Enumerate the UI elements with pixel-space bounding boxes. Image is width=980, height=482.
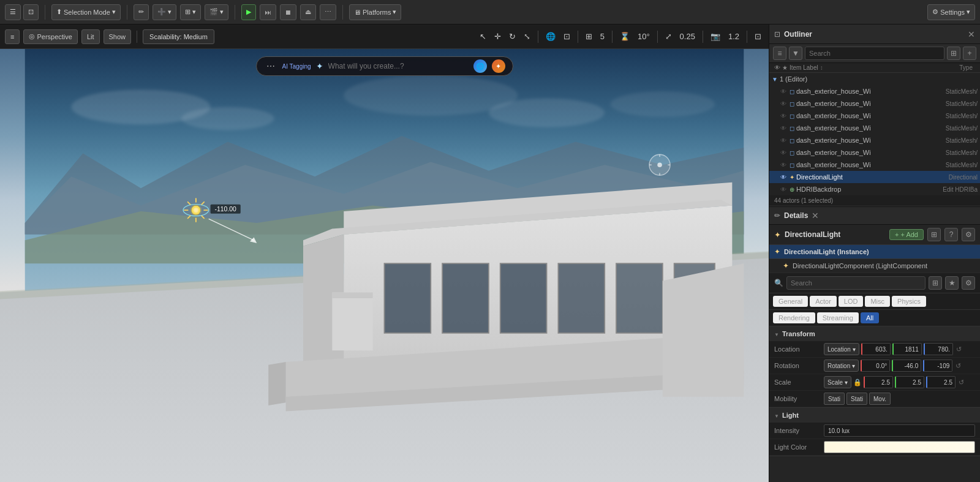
item-name-2: dash_exterior_house_Wi <box>796 112 944 119</box>
tab-lod[interactable]: LOD <box>839 296 864 307</box>
tab-streaming[interactable]: Streaming <box>817 312 859 323</box>
details-search-input[interactable] <box>786 276 925 290</box>
rotation-reset-btn[interactable]: ↺ <box>954 362 962 370</box>
maximize-btn[interactable]: ⊡ <box>752 31 764 42</box>
selection-mode-btn[interactable]: ⬆ Selection Mode ▾ <box>51 4 121 20</box>
tree-item-1[interactable]: 👁 ◻ dash_exterior_house_Wi StaticMesh/ <box>769 97 980 110</box>
location-dropdown[interactable]: Location ▾ <box>824 343 859 355</box>
tree-item-2[interactable]: 👁 ◻ dash_exterior_house_Wi StaticMesh/ <box>769 110 980 122</box>
show-btn[interactable]: Show <box>104 29 132 44</box>
light-color-swatch[interactable] <box>824 441 975 453</box>
mobility-movable-btn[interactable]: Mov. <box>869 393 891 405</box>
component-help-btn[interactable]: ? <box>944 228 958 241</box>
tree-item-hdri[interactable]: 👁 ⊕ HDRIBackdrop Edit HDRIBa <box>769 183 980 195</box>
rotate-tool-btn[interactable]: ↻ <box>507 31 518 42</box>
mobility-static-btn[interactable]: Stati <box>824 393 845 405</box>
details-grid-btn[interactable]: ⊞ <box>929 276 942 290</box>
layout-btn[interactable]: ⊞ ▾ <box>180 4 201 20</box>
select-tool-btn[interactable]: ↖ <box>477 31 489 42</box>
viewport[interactable]: ≡ ◎ Perspective Lit Show Scalability: Me… <box>0 24 769 482</box>
add-component-btn[interactable]: + + Add <box>889 229 924 240</box>
tab-misc[interactable]: Misc <box>865 296 890 307</box>
sub-instance-row[interactable]: ✦ DirectionalLightComponent (LightCompon… <box>769 259 980 273</box>
sequencer-btn[interactable]: 🎬 ▾ <box>205 4 228 20</box>
tree-item-5[interactable]: 👁 ◻ dash_exterior_house_Wi StaticMesh/ <box>769 146 980 159</box>
actor-group-item[interactable]: ▼ 1 (Editor) <box>769 73 980 85</box>
tab-actor[interactable]: Actor <box>810 296 837 307</box>
ai-globe-icon[interactable]: 🌐 <box>473 59 487 73</box>
hamburger-vp-btn[interactable]: ≡ <box>5 29 20 44</box>
source-control-btn[interactable]: ⊡ <box>23 4 39 20</box>
outliner-settings-btn[interactable]: ⊞ <box>947 47 960 60</box>
perspective-btn[interactable]: ◎ Perspective <box>23 29 77 44</box>
angle-btn[interactable]: ⌛ <box>617 31 632 42</box>
show-label: Show <box>109 33 126 40</box>
globe-btn[interactable]: 🌐 <box>543 31 558 42</box>
component-settings-btn[interactable]: ⚙ <box>962 228 975 241</box>
tree-item-0[interactable]: 👁 ◻ dash_exterior_house_Wi StaticMesh/ <box>769 85 980 97</box>
scale-reset-btn[interactable]: ↺ <box>957 378 965 386</box>
add-actor-btn[interactable]: ➕ ▾ <box>153 4 176 20</box>
snap-btn[interactable]: ⤢ <box>663 31 674 42</box>
transform-header[interactable]: Transform <box>769 326 980 341</box>
tab-general[interactable]: General <box>773 296 808 307</box>
rotation-dropdown[interactable]: Rotation ▾ <box>824 360 859 372</box>
scalability-btn[interactable]: Scalability: Medium <box>143 29 214 44</box>
instance-row[interactable]: ✦ DirectionalLight (Instance) <box>769 245 980 259</box>
hamburger-btn[interactable]: ☰ <box>5 4 21 20</box>
more-options-btn[interactable]: ⋯ <box>320 4 336 20</box>
mesh-icon-1: ◻ <box>790 100 794 107</box>
next-frame-btn[interactable]: ⏭ <box>260 4 276 20</box>
play-btn[interactable]: ▶ <box>241 4 256 20</box>
outliner-search-input[interactable] <box>805 47 944 60</box>
details-settings-btn[interactable]: ⚙ <box>962 276 975 290</box>
lit-btn[interactable]: Lit <box>81 29 100 44</box>
hdri-icon: ⊕ <box>790 186 794 193</box>
mobility-stationary-btn[interactable]: Stati <box>846 393 867 405</box>
viewport-scene[interactable]: -110.00 <box>0 49 769 482</box>
tree-item-4[interactable]: 👁 ◻ dash_exterior_house_Wi StaticMesh/ <box>769 134 980 146</box>
snap-icon: ⤢ <box>665 32 672 41</box>
outliner-tree[interactable]: ▼ 1 (Editor) 👁 ◻ dash_exterior_house_Wi … <box>769 73 980 195</box>
component-grid-btn[interactable]: ⊞ <box>927 228 941 241</box>
ai-menu-btn[interactable]: ⋯ <box>264 60 277 72</box>
platforms-btn[interactable]: 🖥 Platforms ▾ <box>349 4 401 20</box>
outliner-view-btn[interactable]: ▼ <box>789 47 802 60</box>
tree-item-6[interactable]: 👁 ◻ dash_exterior_house_Wi StaticMesh/ <box>769 159 980 171</box>
move-tool-btn[interactable]: ✛ <box>492 31 503 42</box>
rotation-y-input[interactable] <box>892 360 921 372</box>
ai-spark-icon[interactable]: ✦ <box>492 59 505 73</box>
outliner-add-btn[interactable]: + <box>963 47 976 60</box>
ai-search-input[interactable] <box>328 62 469 70</box>
details-star-btn[interactable]: ★ <box>945 276 959 290</box>
light-section-header[interactable]: Light <box>769 408 980 423</box>
tab-rendering[interactable]: Rendering <box>773 312 815 323</box>
tree-item-directional-light[interactable]: 👁 ✦ DirectionalLight Directional <box>769 171 980 183</box>
scale-x-input[interactable] <box>864 376 893 388</box>
location-z-input[interactable] <box>924 343 953 355</box>
svg-rect-15 <box>385 263 431 333</box>
cam-speed-btn[interactable]: 📷 <box>708 31 723 42</box>
location-y-input[interactable] <box>892 343 922 355</box>
pen-tool-btn[interactable]: ✏ <box>134 4 149 20</box>
tab-physics[interactable]: Physics <box>892 296 926 307</box>
outliner-close-btn[interactable]: ✕ <box>968 29 975 39</box>
scale-dropdown[interactable]: Scale ▾ <box>824 376 851 388</box>
tab-all[interactable]: All <box>861 312 879 323</box>
grid-btn[interactable]: ⊞ <box>583 31 595 42</box>
surface-btn[interactable]: ⊡ <box>561 31 573 42</box>
rotation-z-input[interactable] <box>923 360 952 372</box>
location-x-input[interactable] <box>861 343 891 355</box>
scale-y-input[interactable] <box>895 376 924 388</box>
details-close-btn[interactable]: ✕ <box>812 211 819 220</box>
location-reset-btn[interactable]: ↺ <box>955 345 963 353</box>
stop-btn[interactable]: ⏹ <box>280 4 296 20</box>
scale-z-input[interactable] <box>926 376 956 388</box>
tree-item-3[interactable]: 👁 ◻ dash_exterior_house_Wi StaticMesh/ <box>769 122 980 134</box>
intensity-value[interactable]: 10.0 lux <box>824 424 975 437</box>
eject-btn[interactable]: ⏏ <box>300 4 316 20</box>
outliner-filter-btn[interactable]: ≡ <box>773 47 786 60</box>
settings-btn[interactable]: ⚙ Settings ▾ <box>927 4 975 20</box>
rotation-x-input[interactable] <box>861 360 890 372</box>
scale-tool-btn[interactable]: ⤡ <box>521 31 533 42</box>
